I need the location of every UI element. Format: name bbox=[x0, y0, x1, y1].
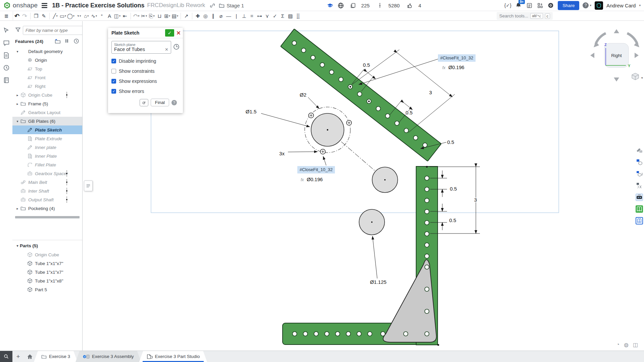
dropdown-caret-icon[interactable]: ▾ bbox=[177, 14, 178, 17]
tree-chevron-icon[interactable]: ▸ bbox=[15, 207, 20, 210]
feature-inner-plate[interactable]: Inner Plate bbox=[12, 152, 82, 160]
tree-chevron-icon[interactable]: ▸ bbox=[15, 93, 20, 97]
variables-icon[interactable] bbox=[636, 182, 643, 189]
sketch-plane-field[interactable]: Sketch plane Face of Tubes ✕ bbox=[111, 41, 171, 54]
checkbox-disable-imprinting[interactable]: ✓Disable imprinting bbox=[111, 58, 180, 64]
line-icon[interactable]: ╱▾ bbox=[51, 12, 59, 20]
checkbox-show-expressions[interactable]: ✓Show expressions bbox=[111, 79, 180, 84]
constraint-concentric-icon[interactable]: ◎ bbox=[202, 12, 209, 20]
part-tube-1-x1-x8[interactable]: Tube 1"x1"x8" bbox=[12, 276, 82, 285]
linear-pattern-icon[interactable]: ⇤ bbox=[121, 12, 129, 20]
state-scrubber-icon[interactable] bbox=[65, 196, 68, 203]
dropdown-caret-icon[interactable]: ▾ bbox=[73, 14, 75, 17]
plate-hole[interactable] bbox=[404, 332, 408, 336]
plate-hole[interactable] bbox=[425, 332, 429, 336]
dropdown-caret-icon[interactable]: ▾ bbox=[138, 14, 139, 17]
constraint-perpendicular-icon[interactable]: ⊥ bbox=[240, 12, 248, 20]
state-scrubber-icon[interactable] bbox=[65, 170, 68, 177]
learning-center-icon[interactable] bbox=[547, 2, 554, 9]
circle-icon[interactable]: ◯▾ bbox=[67, 12, 75, 20]
dim-bar-low[interactable]: 0.5 bbox=[447, 139, 454, 145]
sketch-repair-icon[interactable]: ✎ bbox=[40, 12, 48, 20]
polygon-icon[interactable]: ⌂▾ bbox=[83, 12, 90, 20]
plate-hole[interactable] bbox=[346, 332, 351, 336]
dim-bar-spacing[interactable]: 0.5 bbox=[363, 62, 370, 68]
feature-inter-shaft[interactable]: Inter Shaft bbox=[12, 187, 82, 195]
plate-hole[interactable] bbox=[425, 243, 429, 247]
feature-filter-input[interactable] bbox=[23, 26, 83, 35]
checkbox-show-constraints[interactable]: Show constraints bbox=[111, 68, 180, 74]
onshape-logo[interactable]: onshape bbox=[3, 2, 38, 9]
rollback-bar[interactable] bbox=[15, 216, 80, 218]
plate-hole[interactable] bbox=[425, 220, 429, 225]
main-menu-icon[interactable] bbox=[42, 3, 47, 8]
suppress-pause-icon[interactable] bbox=[64, 38, 70, 44]
part-part-5[interactable]: Part 5 bbox=[12, 285, 82, 294]
plate-hole[interactable] bbox=[425, 232, 429, 236]
plate-hole[interactable] bbox=[425, 254, 429, 258]
constraint-horizontal-icon[interactable]: ― bbox=[225, 12, 233, 20]
constraint-fix-icon[interactable]: ⣿ bbox=[294, 12, 302, 20]
plate-hole[interactable] bbox=[425, 176, 429, 180]
feature-right[interactable]: Right bbox=[12, 82, 82, 91]
tree-chevron-icon[interactable]: ▾ bbox=[15, 119, 20, 123]
plate-hole[interactable] bbox=[368, 332, 372, 336]
dialog-help-icon[interactable]: ? bbox=[171, 100, 177, 105]
dia-small-circle[interactable]: Ø1.125 bbox=[370, 279, 386, 285]
dim-right-top[interactable]: 0.5 bbox=[450, 186, 457, 192]
rectangle-icon[interactable]: ▭▾ bbox=[59, 12, 67, 20]
copies-icon[interactable] bbox=[349, 2, 356, 9]
feature-output-shaft[interactable]: Output Shaft bbox=[12, 195, 82, 204]
selection-icon[interactable] bbox=[3, 27, 10, 34]
isometric-cube-icon[interactable] bbox=[632, 73, 639, 80]
feature-origin-cube[interactable]: ▸Origin Cube bbox=[12, 91, 82, 99]
feature-plate-sketch[interactable]: Plate Sketch bbox=[12, 125, 82, 134]
usage-dots-icon[interactable] bbox=[376, 2, 384, 9]
feature-gearbox-layout[interactable]: Gearbox Layout bbox=[12, 108, 82, 117]
parts-chevron-icon[interactable]: ▾ bbox=[15, 244, 20, 248]
app-store-icon[interactable] bbox=[536, 2, 544, 9]
tasks-icon[interactable] bbox=[526, 2, 533, 9]
notifications-bell-icon[interactable]: 9+ bbox=[515, 2, 522, 9]
closefit-badge-bottom[interactable]: #CloseFit_10_32 fx Ø0.196 bbox=[297, 166, 335, 182]
dim-bar-mid[interactable]: 0.5 bbox=[406, 110, 413, 115]
tab-exercise-3-assembly[interactable]: Exercise 3 Assembly bbox=[76, 351, 141, 362]
feature-frame-5[interactable]: ▸Frame (5) bbox=[12, 99, 82, 108]
feature-dialog-handle[interactable] bbox=[84, 180, 93, 191]
avatar[interactable] bbox=[595, 1, 603, 10]
plate-hole[interactable] bbox=[314, 332, 318, 336]
feature-inner-plate[interactable]: Inner plate bbox=[12, 143, 82, 152]
plate-hole[interactable] bbox=[336, 332, 340, 336]
insert-dxf-icon[interactable]: ❐ bbox=[32, 12, 40, 20]
bom-table-icon[interactable] bbox=[636, 158, 643, 166]
constraint-symmetric-icon[interactable]: ⋎ bbox=[263, 12, 271, 20]
dropdown-caret-icon[interactable]: ▾ bbox=[169, 14, 170, 17]
feature-top[interactable]: Top bbox=[12, 64, 82, 73]
import-dxf-icon[interactable]: ▤▾ bbox=[171, 12, 179, 20]
feature-gearbox-spacer[interactable]: Gearbox Spacer bbox=[12, 169, 82, 178]
plate-hole[interactable] bbox=[325, 332, 329, 336]
spacer-generator-icon[interactable] bbox=[636, 194, 643, 201]
plate-hole[interactable] bbox=[357, 332, 361, 336]
spline-icon[interactable]: ∿▾ bbox=[90, 12, 98, 20]
state-scrubber-icon[interactable] bbox=[65, 188, 68, 194]
dropdown-caret-icon[interactable]: ▾ bbox=[146, 14, 147, 17]
user-menu-caret-icon[interactable]: ▾ bbox=[639, 4, 641, 7]
home-tab-button[interactable] bbox=[24, 351, 36, 362]
help-icon[interactable]: ? bbox=[583, 2, 589, 8]
dropdown-caret-icon[interactable]: ▾ bbox=[80, 14, 81, 17]
history-icon[interactable] bbox=[3, 64, 10, 71]
sketch-mode-button[interactable] bbox=[140, 99, 148, 106]
user-name[interactable]: Andrew Card bbox=[606, 3, 636, 8]
history-clock-icon[interactable] bbox=[73, 38, 80, 44]
share-button[interactable]: Share bbox=[558, 1, 579, 10]
tab-search-button[interactable] bbox=[0, 351, 12, 362]
feature-fillet-plate[interactable]: Fillet Plate bbox=[12, 160, 82, 169]
render-mode-icon[interactable]: ◔ bbox=[616, 342, 620, 348]
docs-library-icon[interactable] bbox=[636, 217, 643, 224]
dropdown-caret-icon[interactable]: ▾ bbox=[65, 14, 66, 17]
constraint-equal-icon[interactable]: = bbox=[248, 12, 256, 20]
plate-hole[interactable] bbox=[381, 332, 385, 336]
new-folder-icon[interactable] bbox=[55, 38, 61, 44]
tab-exercise-3-part-studio[interactable]: Exercise 3 Part Studio bbox=[139, 351, 207, 362]
